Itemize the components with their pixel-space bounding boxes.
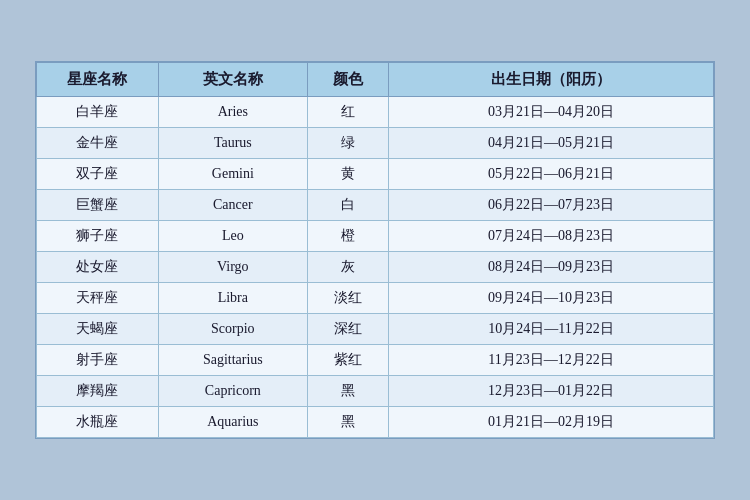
cell-date: 11月23日—12月22日 xyxy=(389,345,714,376)
cell-chinese: 天秤座 xyxy=(37,283,159,314)
cell-date: 03月21日—04月20日 xyxy=(389,97,714,128)
cell-chinese: 双子座 xyxy=(37,159,159,190)
table-row: 天秤座Libra淡红09月24日—10月23日 xyxy=(37,283,714,314)
table-row: 双子座Gemini黄05月22日—06月21日 xyxy=(37,159,714,190)
cell-english: Scorpio xyxy=(158,314,307,345)
cell-date: 06月22日—07月23日 xyxy=(389,190,714,221)
cell-english: Cancer xyxy=(158,190,307,221)
cell-chinese: 水瓶座 xyxy=(37,407,159,438)
table-body: 白羊座Aries红03月21日—04月20日金牛座Taurus绿04月21日—0… xyxy=(37,97,714,438)
cell-color: 深红 xyxy=(307,314,388,345)
cell-date: 05月22日—06月21日 xyxy=(389,159,714,190)
cell-color: 绿 xyxy=(307,128,388,159)
table-row: 狮子座Leo橙07月24日—08月23日 xyxy=(37,221,714,252)
cell-color: 淡红 xyxy=(307,283,388,314)
cell-chinese: 处女座 xyxy=(37,252,159,283)
table-row: 射手座Sagittarius紫红11月23日—12月22日 xyxy=(37,345,714,376)
cell-date: 09月24日—10月23日 xyxy=(389,283,714,314)
header-english-name: 英文名称 xyxy=(158,63,307,97)
zodiac-table-container: 星座名称 英文名称 颜色 出生日期（阳历） 白羊座Aries红03月21日—04… xyxy=(35,61,715,439)
cell-chinese: 金牛座 xyxy=(37,128,159,159)
header-chinese-name: 星座名称 xyxy=(37,63,159,97)
table-header-row: 星座名称 英文名称 颜色 出生日期（阳历） xyxy=(37,63,714,97)
cell-english: Aquarius xyxy=(158,407,307,438)
cell-color: 红 xyxy=(307,97,388,128)
cell-color: 黄 xyxy=(307,159,388,190)
header-birth-date: 出生日期（阳历） xyxy=(389,63,714,97)
table-row: 摩羯座Capricorn黑12月23日—01月22日 xyxy=(37,376,714,407)
table-row: 天蝎座Scorpio深红10月24日—11月22日 xyxy=(37,314,714,345)
table-row: 处女座Virgo灰08月24日—09月23日 xyxy=(37,252,714,283)
cell-english: Leo xyxy=(158,221,307,252)
cell-color: 紫红 xyxy=(307,345,388,376)
cell-date: 04月21日—05月21日 xyxy=(389,128,714,159)
cell-color: 灰 xyxy=(307,252,388,283)
cell-english: Virgo xyxy=(158,252,307,283)
table-row: 金牛座Taurus绿04月21日—05月21日 xyxy=(37,128,714,159)
cell-date: 07月24日—08月23日 xyxy=(389,221,714,252)
cell-chinese: 摩羯座 xyxy=(37,376,159,407)
cell-color: 白 xyxy=(307,190,388,221)
cell-chinese: 巨蟹座 xyxy=(37,190,159,221)
cell-color: 橙 xyxy=(307,221,388,252)
zodiac-table: 星座名称 英文名称 颜色 出生日期（阳历） 白羊座Aries红03月21日—04… xyxy=(36,62,714,438)
cell-color: 黑 xyxy=(307,407,388,438)
cell-english: Gemini xyxy=(158,159,307,190)
cell-english: Libra xyxy=(158,283,307,314)
cell-english: Capricorn xyxy=(158,376,307,407)
table-row: 巨蟹座Cancer白06月22日—07月23日 xyxy=(37,190,714,221)
cell-english: Aries xyxy=(158,97,307,128)
cell-date: 10月24日—11月22日 xyxy=(389,314,714,345)
table-row: 白羊座Aries红03月21日—04月20日 xyxy=(37,97,714,128)
cell-chinese: 狮子座 xyxy=(37,221,159,252)
cell-english: Taurus xyxy=(158,128,307,159)
cell-date: 12月23日—01月22日 xyxy=(389,376,714,407)
cell-chinese: 白羊座 xyxy=(37,97,159,128)
header-color: 颜色 xyxy=(307,63,388,97)
cell-chinese: 射手座 xyxy=(37,345,159,376)
cell-date: 08月24日—09月23日 xyxy=(389,252,714,283)
cell-date: 01月21日—02月19日 xyxy=(389,407,714,438)
table-row: 水瓶座Aquarius黑01月21日—02月19日 xyxy=(37,407,714,438)
cell-chinese: 天蝎座 xyxy=(37,314,159,345)
cell-color: 黑 xyxy=(307,376,388,407)
cell-english: Sagittarius xyxy=(158,345,307,376)
